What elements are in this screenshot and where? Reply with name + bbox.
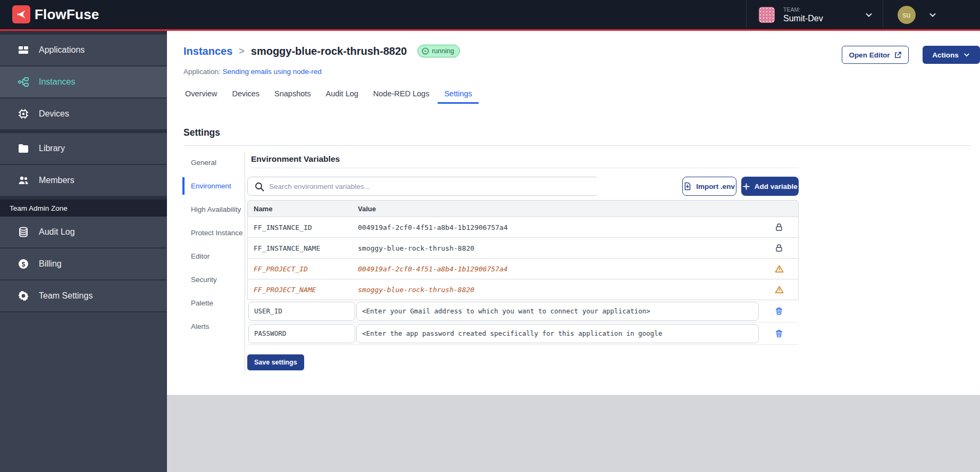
search-box (247, 177, 599, 196)
breadcrumb: Instances > smoggy-blue-rock-thrush-8820… (183, 45, 460, 57)
sidebar-item-instances[interactable]: Instances (0, 67, 167, 97)
database-icon (18, 226, 29, 238)
team-selector[interactable]: TEAM: Sumit-Dev (747, 0, 883, 29)
breadcrumb-separator: > (239, 46, 245, 57)
sidebar-item-applications[interactable]: Applications (0, 35, 167, 65)
user-avatar: su (898, 6, 916, 24)
table-row: FF_PROJECT_ID 004919af-2cf0-4f51-a8b4-1b… (247, 259, 799, 279)
breadcrumb-instances-link[interactable]: Instances (183, 45, 232, 57)
tab-overview[interactable]: Overview (179, 86, 223, 104)
subnav-general[interactable]: General (191, 159, 245, 167)
plus-icon (742, 183, 750, 191)
env-var-name-input[interactable] (248, 302, 355, 321)
env-var-name: FF_PROJECT_ID (248, 265, 358, 273)
chevron-down-icon (865, 11, 873, 19)
team-name: Sumit-Dev (783, 14, 823, 23)
sidebar-item-library[interactable]: Library (0, 133, 167, 164)
flowfuse-app: FlowFuse TEAM: Sumit-Dev su (0, 0, 980, 472)
instance-name: smoggy-blue-rock-thrush-8820 (251, 45, 407, 57)
team-admin-zone-label: Team Admin Zone (0, 200, 167, 217)
table-row: FF_INSTANCE_NAME smoggy-blue-rock-thrush… (247, 238, 799, 259)
env-var-value-input[interactable] (356, 324, 759, 343)
play-circle-icon (422, 47, 429, 55)
sidebar-item-label: Applications (39, 45, 85, 55)
open-editor-button[interactable]: Open Editor (842, 46, 909, 64)
sidebar-item-label: Billing (39, 259, 62, 269)
table-row: FF_INSTANCE_ID 004919af-2cf0-4f51-a8b4-1… (247, 217, 799, 238)
application-line: Application: Sending emails using node-r… (183, 68, 322, 76)
page-title: Settings (183, 127, 220, 138)
subnav-editor[interactable]: Editor (191, 252, 245, 261)
import-file-icon (683, 182, 692, 191)
brand[interactable]: FlowFuse (12, 5, 99, 23)
svg-text:$: $ (22, 261, 26, 268)
env-var-name: FF_INSTANCE_NAME (248, 244, 358, 252)
trash-icon[interactable] (775, 307, 783, 316)
save-settings-button[interactable]: Save settings (247, 354, 304, 370)
team-avatar (759, 7, 775, 23)
sidebar-item-members[interactable]: Members (0, 165, 167, 196)
sidebar-item-team-settings[interactable]: Team Settings (0, 280, 167, 311)
env-var-value: smoggy-blue-rock-thrush-8820 (358, 244, 760, 252)
subnav-palette[interactable]: Palette (191, 299, 245, 308)
tab-devices[interactable]: Devices (225, 86, 266, 104)
tab-audit-log[interactable]: Audit Log (320, 86, 365, 104)
tab-nodered-logs[interactable]: Node-RED Logs (367, 86, 436, 104)
tab-settings[interactable]: Settings (438, 86, 478, 104)
env-var-value: smoggy-blue-rock-thrush-8820 (358, 286, 760, 294)
actions-button[interactable]: Actions (923, 46, 980, 64)
sidebar-empty-area (0, 312, 167, 472)
chip-icon (18, 108, 29, 120)
env-var-value: 004919af-2cf0-4f51-a8b4-1b12906757a4 (358, 265, 760, 273)
table-row-editable (247, 300, 799, 322)
flowfuse-logo-icon (12, 5, 30, 23)
users-icon (18, 175, 29, 186)
settings-subnav: General Environment High Availability Pr… (191, 159, 245, 346)
application-link[interactable]: Sending emails using node-red (223, 68, 322, 76)
import-env-label: Import .env (696, 183, 735, 191)
team-label: TEAM: (783, 6, 823, 13)
subnav-security[interactable]: Security (191, 276, 245, 284)
table-row-editable (247, 322, 799, 345)
instance-tabs: Overview Devices Snapshots Audit Log Nod… (179, 86, 479, 104)
instances-icon (18, 76, 29, 88)
status-badge: running (417, 45, 460, 57)
sidebar-item-audit-log[interactable]: Audit Log (0, 217, 167, 247)
sidebar-item-label: Instances (39, 77, 75, 87)
application-label: Application: (183, 68, 221, 76)
search-icon (254, 181, 265, 192)
top-navbar: FlowFuse TEAM: Sumit-Dev su (0, 0, 980, 29)
env-var-value-input[interactable] (356, 302, 759, 321)
tab-snapshots[interactable]: Snapshots (268, 86, 317, 104)
sidebar: Applications Instances Devices Library (0, 31, 167, 472)
divider (251, 168, 799, 168)
sidebar-item-label: Devices (39, 109, 69, 119)
applications-icon (18, 44, 29, 56)
import-env-button[interactable]: Import .env (682, 177, 736, 196)
trash-icon[interactable] (775, 329, 783, 338)
search-input[interactable] (269, 178, 652, 195)
sidebar-item-billing[interactable]: $ Billing (0, 249, 167, 279)
brand-name: FlowFuse (35, 6, 99, 23)
sidebar-item-label: Team Settings (39, 291, 93, 301)
subnav-high-availability[interactable]: High Availability (191, 205, 245, 214)
lock-icon (775, 244, 783, 252)
table-row: FF_PROJECT_NAME smoggy-blue-rock-thrush-… (247, 279, 799, 300)
sidebar-item-label: Library (39, 144, 65, 153)
chevron-down-icon (963, 51, 970, 59)
user-menu[interactable]: su (883, 0, 980, 29)
folder-icon (18, 143, 29, 154)
subnav-protect-instance[interactable]: Protect Instance (191, 229, 245, 237)
sidebar-item-devices[interactable]: Devices (0, 98, 167, 129)
divider (183, 145, 970, 146)
external-link-icon (894, 51, 902, 59)
env-variables-table: Name Value FF_INSTANCE_ID 004919af-2cf0-… (247, 200, 799, 345)
gear-icon (18, 290, 29, 302)
open-editor-label: Open Editor (849, 51, 890, 59)
env-var-name: FF_INSTANCE_ID (248, 223, 358, 231)
warning-icon (775, 264, 784, 274)
subnav-alerts[interactable]: Alerts (191, 322, 245, 331)
env-var-name-input[interactable] (248, 324, 355, 343)
add-variable-button[interactable]: Add variable (741, 177, 799, 196)
subnav-environment[interactable]: Environment (191, 182, 245, 191)
